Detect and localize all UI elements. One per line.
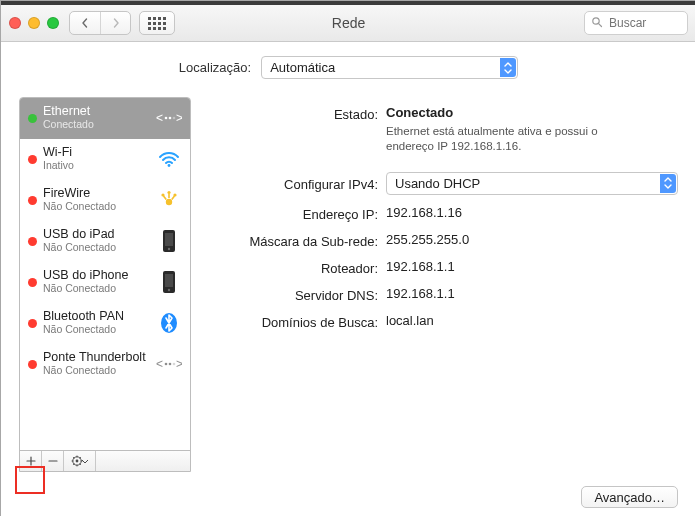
svg-point-7 <box>168 164 171 167</box>
device-icon <box>156 270 182 294</box>
svg-point-4 <box>169 117 172 120</box>
sidebar-item-text: Ponte ThunderboltNão Conectado <box>43 351 156 376</box>
dns-server-value: 192.168.1.1 <box>386 286 678 301</box>
sidebar-item-ethernet[interactable]: EthernetConectado<> <box>20 98 190 139</box>
status-dot-icon <box>28 114 37 123</box>
sidebar-item-text: FireWireNão Conectado <box>43 187 156 212</box>
nav-back-forward <box>69 11 131 35</box>
forward-button[interactable] <box>100 12 130 34</box>
sidebar-item-wi-fi[interactable]: Wi-FiInativo <box>20 139 190 180</box>
router-label: Roteador: <box>213 259 386 276</box>
svg-line-33 <box>73 464 74 465</box>
svg-point-3 <box>165 117 168 120</box>
search-input[interactable] <box>607 15 681 31</box>
svg-point-8 <box>166 199 172 205</box>
svg-text:<: < <box>156 357 163 371</box>
sidebar-item-text: EthernetConectado <box>43 105 156 130</box>
ethernet-icon: <> <box>156 356 182 372</box>
firewire-icon <box>156 190 182 210</box>
svg-rect-13 <box>165 233 173 246</box>
sidebar-item-text: USB do iPadNão Conectado <box>43 228 156 253</box>
ip-address-value: 192.168.1.16 <box>386 205 678 220</box>
window-title: Rede <box>332 15 365 31</box>
wifi-icon <box>156 150 182 168</box>
status-dot-icon <box>28 278 37 287</box>
sidebar-item-bluetooth-pan[interactable]: Bluetooth PANNão Conectado <box>20 303 190 344</box>
back-button[interactable] <box>70 12 100 34</box>
svg-point-9 <box>161 193 164 196</box>
sidebar-item-name: USB do iPhone <box>43 269 156 283</box>
sidebar-item-status: Não Conectado <box>43 365 156 377</box>
show-all-button[interactable] <box>139 11 175 35</box>
svg-point-17 <box>168 289 170 291</box>
minimize-window-button[interactable] <box>28 17 40 29</box>
subnet-mask-value: 255.255.255.0 <box>386 232 678 247</box>
svg-text:>: > <box>176 357 182 371</box>
status-description: Ethernet está atualmente ativa e possui … <box>386 124 646 154</box>
svg-point-11 <box>167 191 170 194</box>
location-label: Localização: <box>179 60 251 75</box>
popup-arrows-icon <box>660 174 676 193</box>
svg-rect-16 <box>165 274 173 287</box>
sidebar-item-usb-do-iphone[interactable]: USB do iPhoneNão Conectado <box>20 262 190 303</box>
subnet-mask-label: Máscara da Sub-rede: <box>213 232 386 249</box>
status-dot-icon <box>28 319 37 328</box>
sidebar-item-text: USB do iPhoneNão Conectado <box>43 269 156 294</box>
advanced-button[interactable]: Avançado… <box>581 486 678 508</box>
sidebar-item-firewire[interactable]: FireWireNão Conectado <box>20 180 190 221</box>
sidebar-toolbar <box>20 450 190 471</box>
svg-text:<: < <box>156 111 163 125</box>
footer: Avançado… <box>1 476 695 516</box>
sidebar-item-status: Inativo <box>43 160 156 172</box>
search-domains-label: Domínios de Busca: <box>213 313 386 330</box>
status-label: Estado: <box>213 105 386 122</box>
detail-pane: Estado: Conectado Ethernet está atualmen… <box>191 97 678 472</box>
status-dot-icon <box>28 237 37 246</box>
window-controls <box>9 17 59 29</box>
grid-icon <box>148 17 166 30</box>
configure-ipv4-popup[interactable]: Usando DHCP <box>386 172 678 195</box>
sidebar-item-text: Bluetooth PANNão Conectado <box>43 310 156 335</box>
sidebar-item-name: Bluetooth PAN <box>43 310 156 324</box>
router-value: 192.168.1.1 <box>386 259 678 274</box>
titlebar: Rede <box>1 5 695 42</box>
zoom-window-button[interactable] <box>47 17 59 29</box>
add-interface-button[interactable] <box>20 451 42 471</box>
sidebar-item-usb-do-ipad[interactable]: USB do iPadNão Conectado <box>20 221 190 262</box>
configure-ipv4-label: Configurar IPv4: <box>213 175 386 192</box>
svg-line-31 <box>79 464 80 465</box>
svg-rect-12 <box>163 230 175 252</box>
svg-point-5 <box>173 117 176 120</box>
svg-point-14 <box>168 248 170 250</box>
svg-line-30 <box>73 457 74 458</box>
device-icon <box>156 229 182 253</box>
svg-point-18 <box>161 313 177 333</box>
svg-point-21 <box>169 363 172 366</box>
sidebar-item-text: Wi-FiInativo <box>43 146 156 171</box>
sidebar-item-name: Wi-Fi <box>43 146 156 160</box>
bluetooth-icon <box>156 312 182 334</box>
sidebar-item-name: Ethernet <box>43 105 156 119</box>
svg-rect-15 <box>163 271 175 293</box>
sidebar-item-ponte-thunderbolt[interactable]: Ponte ThunderboltNão Conectado<> <box>20 344 190 385</box>
search-domains-value: local.lan <box>386 313 678 328</box>
sidebar-item-name: USB do iPad <box>43 228 156 242</box>
popup-arrows-icon <box>500 58 516 77</box>
remove-interface-button[interactable] <box>42 451 64 471</box>
sidebar-item-status: Não Conectado <box>43 201 156 213</box>
svg-point-20 <box>165 363 168 366</box>
sidebar-item-status: Não Conectado <box>43 283 156 295</box>
svg-text:>: > <box>176 111 182 125</box>
status-dot-icon <box>28 196 37 205</box>
svg-line-1 <box>599 23 602 26</box>
dns-server-label: Servidor DNS: <box>213 286 386 303</box>
location-popup[interactable]: Automática <box>261 56 518 79</box>
status-value: Conectado <box>386 105 678 120</box>
close-window-button[interactable] <box>9 17 21 29</box>
action-menu-button[interactable] <box>64 451 96 471</box>
status-dot-icon <box>28 155 37 164</box>
sidebar-item-status: Não Conectado <box>43 324 156 336</box>
search-icon <box>591 16 603 31</box>
svg-point-22 <box>173 363 176 366</box>
search-field[interactable] <box>584 11 688 35</box>
